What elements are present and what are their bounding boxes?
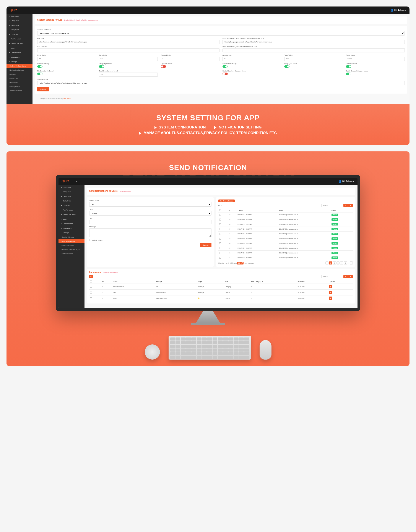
sidebar-sub-item[interactable]: Notification Settings xyxy=(7,68,32,72)
submit-button[interactable]: Submit xyxy=(37,87,49,91)
user-menu[interactable]: 👤 Hi, Admin ▾ xyxy=(391,9,406,12)
row-checkbox[interactable] xyxy=(219,218,221,220)
more-ios-input[interactable] xyxy=(223,48,405,52)
fixq-toggle[interactable] xyxy=(37,73,42,75)
page-2[interactable]: 2 xyxy=(333,261,336,265)
row-checkbox[interactable] xyxy=(219,214,221,216)
sidebar-item[interactable]: ▪ Languages xyxy=(58,226,85,230)
sidebar-item[interactable]: ▪ Daily Quiz xyxy=(7,28,32,32)
more-apps-input[interactable] xyxy=(223,40,405,44)
filter-all[interactable]: All xyxy=(218,204,220,206)
sidebar-sub-item[interactable]: About Us xyxy=(7,72,32,76)
per-page-select[interactable]: 10 xyxy=(237,262,243,265)
sidebar-item[interactable]: ▪ Languages xyxy=(7,55,32,59)
opt-e-toggle[interactable] xyxy=(161,65,166,68)
user-menu-2[interactable]: 👤 Hi, Admin ▾ xyxy=(339,180,355,183)
sidebar-item[interactable]: ▪ Guess The Word xyxy=(58,212,85,217)
row-checkbox[interactable] xyxy=(90,286,92,288)
select-users[interactable]: All xyxy=(89,202,212,207)
false-input[interactable] xyxy=(346,57,405,61)
type-select[interactable]: Default xyxy=(89,211,212,216)
sidebar-sub-item[interactable]: Send Notifications xyxy=(58,239,85,243)
lang-search[interactable] xyxy=(321,275,343,278)
sidebar-sub-item[interactable]: Privacy Policy xyxy=(7,85,32,89)
force-toggle[interactable] xyxy=(223,65,228,68)
sidebar-sub-item[interactable]: System Configurations xyxy=(7,64,32,68)
sidebar-item[interactable]: ▪ Daily Quiz xyxy=(58,199,85,203)
answer-display-toggle[interactable] xyxy=(37,65,42,68)
sidebar-sub-item[interactable]: User Accounts and Rights xyxy=(58,247,85,251)
sidebar-item[interactable]: ▪ Questions› xyxy=(58,194,85,199)
get-selected-button[interactable]: Get Selected Users xyxy=(218,200,235,202)
lang-mode-toggle[interactable] xyxy=(99,65,104,68)
refer-input[interactable] xyxy=(37,57,96,61)
row-checkbox[interactable] xyxy=(90,292,92,294)
sidebar-item[interactable]: ▪ Questions› xyxy=(7,23,32,28)
sidebar-item[interactable]: ▪ Categories› xyxy=(58,190,85,194)
refresh-icon-2[interactable]: ⟲ xyxy=(343,275,348,278)
sidebar-sub-item[interactable]: System Update xyxy=(58,251,85,256)
row-checkbox[interactable] xyxy=(90,297,92,299)
columns-icon[interactable]: ▦ xyxy=(348,204,353,207)
row-checkbox[interactable] xyxy=(219,242,221,244)
title-input[interactable] xyxy=(89,220,212,224)
timezone-select[interactable]: Asia/Kolkata - GMT +05:30 - 14:50 pm xyxy=(37,31,405,36)
sidebar-item[interactable]: ▪ Settings› xyxy=(7,59,32,64)
select-all-checkbox[interactable] xyxy=(219,209,221,211)
share-input[interactable] xyxy=(37,81,405,85)
msg-input[interactable] xyxy=(89,228,212,237)
delete-button[interactable]: 🗑 xyxy=(329,285,332,288)
sidebar-item[interactable]: ▪ Contests› xyxy=(58,203,85,208)
include-image[interactable]: Include image xyxy=(89,239,103,241)
sidebar-item[interactable]: ▪ Dashboard xyxy=(7,14,32,19)
sidebar-item[interactable]: ▪ Users xyxy=(58,217,85,221)
row-checkbox[interactable] xyxy=(219,223,221,225)
bulk-delete[interactable]: 🗑 xyxy=(89,275,93,278)
page-1[interactable]: 1 xyxy=(329,261,332,265)
row-checkbox[interactable] xyxy=(219,233,221,235)
reward-input[interactable] xyxy=(161,57,220,61)
refresh-icon[interactable]: ⟲ xyxy=(343,204,348,207)
page-prev[interactable]: ‹ xyxy=(325,261,329,265)
page-5[interactable]: 5 xyxy=(344,261,347,265)
app-link-input[interactable] xyxy=(37,40,220,44)
sidebar-item[interactable]: ▪ Guess The Word xyxy=(7,41,32,46)
user-search[interactable] xyxy=(321,204,343,207)
battle-rand-toggle[interactable] xyxy=(223,73,228,75)
sidebar-item[interactable]: ▪ Leaderboard› xyxy=(58,221,85,226)
version-input[interactable] xyxy=(223,57,281,61)
sidebar-item[interactable]: ▪ Dashboard xyxy=(58,185,85,190)
row-checkbox[interactable] xyxy=(219,238,221,240)
sidebar-item[interactable]: ▪ Categories› xyxy=(7,19,32,23)
delete-button[interactable]: 🗑 xyxy=(329,296,332,300)
notify-submit[interactable]: Submit xyxy=(200,243,212,247)
sidebar-item[interactable]: ▪ Settings› xyxy=(58,230,85,235)
sidebar-sub-item[interactable]: Question Reports xyxy=(58,235,85,239)
row-checkbox[interactable] xyxy=(219,247,221,249)
battle-group-toggle[interactable] xyxy=(346,73,351,75)
dailyq-toggle[interactable] xyxy=(284,65,290,68)
select-all-lang[interactable] xyxy=(90,281,92,283)
hamburger-icon[interactable]: ≡ xyxy=(76,180,339,183)
page-4[interactable]: 4 xyxy=(340,261,343,265)
sidebar-sub-item[interactable]: Terms Conditions xyxy=(7,89,32,93)
page-next[interactable]: › xyxy=(350,261,353,265)
sidebar-item[interactable]: ▪ Contests› xyxy=(7,32,32,37)
sidebar-item[interactable]: ▪ Fun 'N' Learn› xyxy=(7,37,32,41)
earn-input[interactable] xyxy=(99,57,158,61)
true-input[interactable] xyxy=(284,57,343,61)
delete-button[interactable]: 🗑 xyxy=(329,291,332,294)
columns-icon-2[interactable]: ▦ xyxy=(348,275,353,278)
sidebar-sub-item[interactable]: Contact Us xyxy=(7,76,32,80)
row-checkbox[interactable] xyxy=(219,257,221,259)
page-3[interactable]: 3 xyxy=(337,261,339,265)
sidebar-item[interactable]: ▪ Users xyxy=(7,46,32,50)
row-checkbox[interactable] xyxy=(219,228,221,230)
row-checkbox[interactable] xyxy=(219,252,221,254)
sidebar-sub-item[interactable]: Import Questions xyxy=(58,243,85,247)
ios-link-input[interactable] xyxy=(37,48,220,52)
sidebar-item[interactable]: ▪ Leaderboard› xyxy=(7,50,32,55)
sidebar-sub-item[interactable]: How to Play xyxy=(7,80,32,85)
contest-toggle[interactable] xyxy=(346,65,351,68)
sidebar-item[interactable]: ▪ Fun 'N' Learn› xyxy=(58,208,85,212)
